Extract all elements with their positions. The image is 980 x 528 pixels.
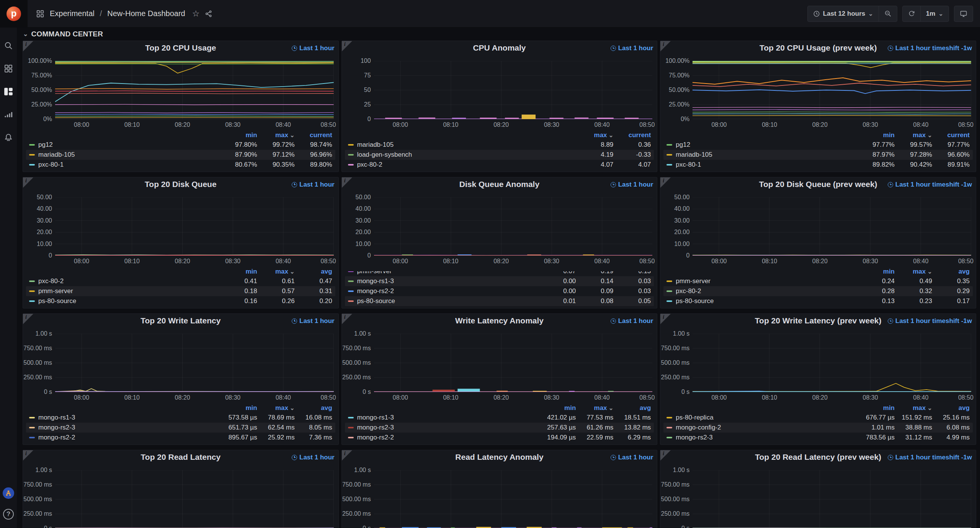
panel-info-icon[interactable]: i [342,314,352,324]
legend-column-min[interactable]: min [857,131,895,139]
legend-column-current[interactable]: current [932,131,970,139]
panel-title[interactable]: Top 20 Disk Queue (prev week) [759,180,877,189]
plot-canvas[interactable]: 08:0008:1008:2008:3008:4008:50 [693,197,971,266]
panel-title[interactable]: Top 20 Disk Queue [145,180,217,189]
plot-canvas[interactable]: 08:0008:1008:2008:3008:4008:50 [55,61,334,129]
zoom-out-button[interactable] [879,6,897,21]
panel-time-range[interactable]: Last 1 hour [292,44,335,52]
plot-canvas[interactable]: 08:0008:1008:2008:3008:4008:50 [374,61,653,129]
legend-row[interactable]: ps-80-source0.160.260.20 [26,296,335,306]
panel-time-range[interactable]: Last 1 hour [292,454,335,461]
legend-row[interactable]: pxc-80-20.410.610.47 [26,276,335,286]
panel-info-icon[interactable]: i [23,41,33,51]
panel-time-range[interactable]: Last 1 hour [292,181,335,189]
legend-row[interactable]: mongo-rs2-3783.56 µs31.12 ms4.99 ms [663,433,973,443]
legend-row[interactable]: mariadb-10587.90%97.12%96.96% [26,150,335,160]
legend-row[interactable]: mongo-rs2-2194.09 µs22.59 ms6.29 ms [345,433,654,443]
percona-logo[interactable]: p [0,0,28,28]
panel-title[interactable]: Top 20 Write Latency (prev week) [755,316,882,325]
legend-column-min[interactable]: min [857,404,895,412]
panel-info-icon[interactable]: i [342,177,352,188]
legend-row[interactable]: ps-80-source0.010.080.05 [345,296,654,306]
legend-column-avg[interactable]: avg [613,404,651,412]
panel-info-icon[interactable]: i [23,450,33,461]
panel-time-range[interactable]: Last 1 hour [611,317,653,325]
time-range-picker[interactable]: Last 12 hours ⌄ [808,6,879,21]
help-icon[interactable]: ? [3,509,14,520]
panel-time-range[interactable]: Last 1 hour [611,181,653,189]
panel-title[interactable]: Top 20 Read Latency (prev week) [755,453,881,462]
plot-canvas[interactable]: 08:0008:1008:2008:3008:4008:50 [55,197,334,266]
panel-title[interactable]: Write Latency Anomaly [455,316,544,325]
legend-row[interactable]: pg1297.77%99.57%97.77% [663,140,973,150]
legend-row[interactable]: mongo-rs1-30.000.140.03 [345,276,654,286]
analytics-bars-icon[interactable] [4,110,13,120]
plot-canvas[interactable]: 08:0008:1008:2008:3008:4008:50 [55,334,334,402]
plot-canvas[interactable]: 08:0008:1008:2008:3008:4008:50 [693,334,971,402]
legend-column-current[interactable]: current [295,131,332,139]
legend-column-avg[interactable]: avg [295,268,332,275]
legend-column-avg[interactable]: avg [295,404,332,412]
legend-row[interactable]: pxc-80-180.67%90.35%89.80% [26,160,335,170]
legend-row[interactable]: ps-80-replica676.77 µs151.92 ms25.16 ms [663,413,973,423]
legend-row[interactable]: pmm-server0.180.570.31 [26,286,335,296]
plot-canvas[interactable]: 08:0008:1008:2008:3008:4008:50 [55,470,334,528]
panel-time-range[interactable]: Last 1 hour [611,454,653,461]
legend-row[interactable]: mongo-rs2-3651.73 µs62.54 ms8.05 ms [26,423,335,433]
legend-column-max[interactable]: max ⌄ [576,131,613,139]
legend-column-max[interactable]: max ⌄ [576,404,613,412]
legend-row[interactable]: mongo-rs1-3573.58 µs78.69 ms16.08 ms [26,413,335,423]
refresh-interval-dropdown[interactable]: 1m ⌄ [920,6,949,21]
legend-row[interactable]: pmm-server0.240.490.35 [663,276,973,286]
panel-info-icon[interactable]: i [660,450,671,461]
panel-info-icon[interactable]: i [660,177,671,188]
panel-time-range[interactable]: Last 1 hour timeshift -1w [888,181,972,189]
breadcrumb-section[interactable]: Experimental [50,9,95,18]
legend-column-max[interactable]: max ⌄ [257,268,295,275]
plot-canvas[interactable]: 08:0008:1008:2008:3008:4008:50 [693,61,971,129]
plot-canvas[interactable]: 08:0008:1008:2008:3008:4008:50 [374,197,653,266]
favorite-star-icon[interactable]: ☆ [192,9,200,19]
alerting-bell-icon[interactable] [4,133,13,143]
panel-title[interactable]: Top 20 Write Latency [140,316,220,325]
panel-title[interactable]: Disk Queue Anomaly [459,180,539,189]
row-header-command-center[interactable]: ⌄ COMMAND CENTER [17,28,980,41]
panel-title[interactable]: Top 20 CPU Usage [145,43,216,52]
legend-column-min[interactable]: min [538,404,576,412]
refresh-button[interactable] [903,6,920,21]
legend-row[interactable]: mongo-rs2-2895.67 µs25.92 ms7.36 ms [26,433,335,443]
legend-row[interactable]: mongo-rs1-3421.02 µs77.53 ms18.51 ms [345,413,654,423]
panel-title[interactable]: Top 20 Read Latency [141,453,221,462]
kiosk-mode-button[interactable] [954,6,973,21]
legend-row[interactable]: pxc-80-24.074.07 [345,160,654,170]
panel-title[interactable]: Read Latency Anomaly [455,453,543,462]
legend-row[interactable]: mariadb-10587.97%97.28%96.60% [663,150,973,160]
panel-time-range[interactable]: Last 1 hour [292,317,335,325]
breadcrumb-page[interactable]: New-Home Dashboard [107,9,185,18]
plot-canvas[interactable]: 08:0008:1008:2008:3008:4008:50 [693,470,971,528]
legend-column-min[interactable]: min [220,131,257,139]
plot-canvas[interactable]: 08:0008:1008:2008:3008:4008:50 [374,334,653,402]
legend-column-max[interactable]: max ⌄ [895,404,932,412]
panel-info-icon[interactable]: i [342,450,352,461]
legend-row[interactable]: mongo-rs2-3257.63 µs61.26 ms13.82 ms [345,423,654,433]
legend-column-min[interactable]: min [857,268,895,275]
legend-row[interactable]: mongo-config-21.01 ms38.88 ms6.08 ms [663,423,973,433]
panel-title[interactable]: Top 20 CPU Usage (prev week) [760,43,877,52]
panel-time-range[interactable]: Last 1 hour timeshift -1w [888,317,972,325]
legend-column-min[interactable]: min [220,404,257,412]
panel-title[interactable]: CPU Anomaly [473,43,526,52]
legend-column-max[interactable]: max ⌄ [895,131,932,139]
legend-column-max[interactable]: max ⌄ [257,131,295,139]
legend-column-avg[interactable]: avg [932,268,970,275]
share-icon[interactable] [205,10,212,18]
legend-column-current[interactable]: current [613,131,651,139]
panel-time-range[interactable]: Last 1 hour [611,44,653,52]
legend-row[interactable]: pg1297.80%99.72%98.74% [26,140,335,150]
panel-info-icon[interactable]: i [23,314,33,324]
panel-time-range[interactable]: Last 1 hour timeshift -1w [888,454,972,461]
legend-column-max[interactable]: max ⌄ [257,404,295,412]
legend-row[interactable]: mongo-rs2-20.000.090.03 [345,286,654,296]
dashboard-grid-icon[interactable] [36,10,44,18]
legend-row[interactable]: pxc-80-189.82%90.42%89.91% [663,160,973,170]
